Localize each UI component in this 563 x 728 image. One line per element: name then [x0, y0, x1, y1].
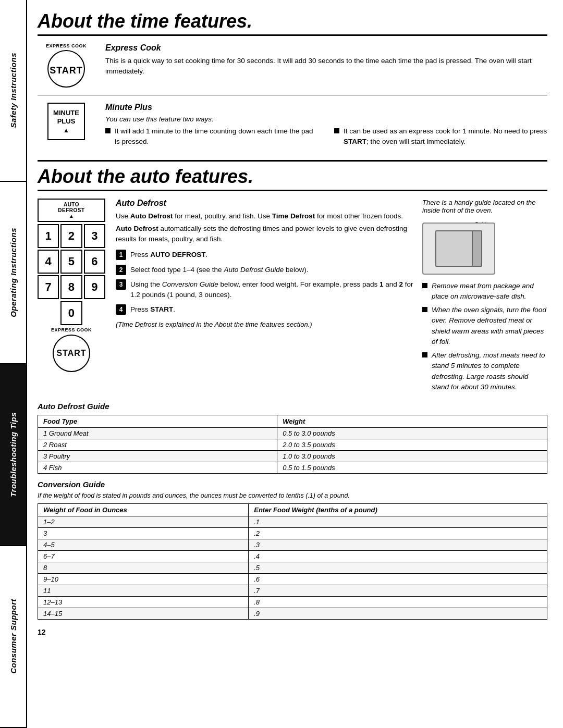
minute-plus-content: Minute Plus You can use this feature two…: [105, 103, 547, 151]
sidebar-section-safety: Safety Instructions: [0, 0, 26, 182]
auto-defrost-button-label: AUTO DEFROST ▲: [38, 199, 105, 222]
key-0[interactable]: 0: [60, 301, 82, 325]
bullet-square-icon: [105, 128, 111, 133]
keypad-start-button[interactable]: START: [53, 335, 90, 372]
minute-plus-label: MINUTE PLUS: [53, 109, 79, 125]
microwave-diagram: [422, 223, 495, 275]
minute-plus-col1: It will add 1 minute to the time countin…: [105, 126, 319, 151]
auto-defrost-instructions: Auto Defrost Use Auto Defrost for meat, …: [116, 199, 414, 396]
auto-defrost-para2: Auto Defrost automatically sets the defr…: [116, 224, 414, 245]
sidebar-label-troubleshooting: Troubleshooting Tips: [9, 412, 18, 497]
step-number-3: 3: [116, 279, 126, 290]
steps-list: 1 Press AUTO DEFROST. 2 Select food type…: [116, 250, 414, 315]
table-row: 3.2: [38, 528, 547, 539]
auto-defrost-content-wrapper: Auto Defrost Use Auto Defrost for meat, …: [116, 199, 547, 396]
sidebar-label-safety: Safety Instructions: [9, 53, 18, 128]
conversion-guide-intro: If the weight of food is stated in pound…: [38, 492, 547, 499]
microwave-diagram-wrapper: Guide: [422, 223, 547, 275]
step-4: 4 Press START.: [116, 304, 414, 315]
bullet-icon-4: [422, 307, 427, 312]
page-number: 12: [38, 628, 547, 636]
table-row: 6–7.4: [38, 551, 547, 562]
express-cook-section: EXPRESS COOK START Express Cook This is …: [38, 43, 547, 88]
ounces-cell: 3: [38, 528, 249, 539]
right-intro-text: There is a handy guide located on the in…: [422, 199, 547, 214]
right-bullet-1: Remove meat from package and place on mi…: [422, 281, 547, 302]
express-cook-button: START: [47, 50, 85, 88]
tenths-cell: .9: [249, 608, 547, 620]
weight-cell: 0.5 to 1.5 pounds: [277, 462, 547, 474]
step-number-4: 4: [116, 304, 126, 315]
express-cook-top-label: EXPRESS COOK: [46, 43, 87, 48]
auto-title-divider: [38, 190, 547, 191]
step-3: 3 Using the Conversion Guide below, ente…: [116, 279, 414, 301]
table-row: 1 Ground Meat0.5 to 3.0 pounds: [38, 428, 547, 439]
tenths-cell: .2: [249, 528, 547, 539]
right-bullet-2: When the oven signals, turn the food ove…: [422, 305, 547, 347]
right-bullet-3: After defrosting, most meats need to sta…: [422, 350, 547, 392]
ounces-cell: 1–2: [38, 516, 249, 528]
minute-plus-col2: It can be used as an express cook for 1 …: [334, 126, 547, 151]
keypad-area: AUTO DEFROST ▲ 1 2 3 4 5 6 7 8 9: [38, 199, 105, 396]
sidebar-section-operating: Operating Instructions: [0, 182, 26, 364]
weight-cell: 0.5 to 3.0 pounds: [277, 428, 547, 439]
bullet-icon-3: [422, 283, 427, 288]
ounces-cell: 9–10: [38, 574, 249, 585]
keypad-zero-row: 0: [38, 301, 105, 325]
keypad-grid: 1 2 3 4 5 6 7 8 9: [38, 224, 105, 299]
key-7[interactable]: 7: [38, 275, 59, 299]
express-cook-content: Express Cook This is a quick way to set …: [105, 43, 547, 88]
auto-defrost-right-column: There is a handy guide located on the in…: [422, 199, 547, 396]
table-row: 4 Fish0.5 to 1.5 pounds: [38, 462, 547, 474]
minute-plus-subtitle: You can use this feature two ways:: [105, 115, 547, 123]
ounces-cell: 14–15: [38, 608, 249, 620]
key-6[interactable]: 6: [84, 250, 105, 274]
key-3[interactable]: 3: [84, 224, 105, 248]
table-row: 2 Roast2.0 to 3.5 pounds: [38, 439, 547, 451]
sidebar-label-operating: Operating Instructions: [9, 228, 18, 317]
food-type-header: Food Type: [38, 415, 277, 428]
express-cook-start-label: START: [50, 65, 83, 76]
tenths-cell: .5: [249, 562, 547, 574]
food-type-cell: 2 Roast: [38, 439, 277, 451]
table-row: 3 Poultry1.0 to 3.0 pounds: [38, 451, 547, 462]
start-label-top: EXPRESS COOK: [38, 327, 105, 332]
microwave-inner: [435, 230, 482, 267]
express-cook-icon-area: EXPRESS COOK START: [38, 43, 95, 88]
key-9[interactable]: 9: [84, 275, 105, 299]
right-bullets: Remove meat from package and place on mi…: [422, 281, 547, 393]
ounces-cell: 4–5: [38, 539, 249, 551]
tenths-cell: .1: [249, 516, 547, 528]
key-5[interactable]: 5: [60, 250, 82, 274]
tenths-cell: .6: [249, 574, 547, 585]
auto-defrost-title: Auto Defrost: [116, 199, 414, 208]
step-1: 1 Press AUTO DEFROST.: [116, 250, 414, 260]
table-row: 11.7: [38, 585, 547, 597]
auto-defrost-section: AUTO DEFROST ▲ 1 2 3 4 5 6 7 8 9: [38, 199, 547, 396]
food-type-cell: 3 Poultry: [38, 451, 277, 462]
key-8[interactable]: 8: [60, 275, 82, 299]
page-title-time: About the time features.: [38, 10, 547, 32]
auto-defrost-para1: Use Auto Defrost for meat, poultry, and …: [116, 211, 414, 221]
conversion-guide-title: Conversion Guide: [38, 480, 547, 489]
express-cook-text: This is a quick way to set cooking time …: [105, 56, 547, 77]
sidebar-section-troubleshooting: Troubleshooting Tips: [0, 364, 26, 546]
minute-plus-button: MINUTE PLUS ▲: [47, 103, 85, 140]
sidebar: Safety Instructions Operating Instructio…: [0, 0, 27, 728]
weight-cell: 1.0 to 3.0 pounds: [277, 451, 547, 462]
key-1[interactable]: 1: [38, 224, 59, 248]
weight-header: Weight: [277, 415, 547, 428]
minute-plus-arrow-icon: ▲: [63, 127, 69, 134]
auto-defrost-table: Food Type Weight 1 Ground Meat0.5 to 3.0…: [38, 415, 547, 474]
key-2[interactable]: 2: [60, 224, 82, 248]
ounces-cell: 11: [38, 585, 249, 597]
table-row: 8.5: [38, 562, 547, 574]
bullet-icon-5: [422, 352, 427, 357]
ounces-cell: 12–13: [38, 597, 249, 608]
auto-defrost-guide-title: Auto Defrost Guide: [38, 402, 547, 411]
table-row: 14–15.9: [38, 608, 547, 620]
feature-divider-1: [38, 95, 547, 95]
microwave-door: [472, 231, 481, 266]
food-type-cell: 4 Fish: [38, 462, 277, 474]
key-4[interactable]: 4: [38, 250, 59, 274]
